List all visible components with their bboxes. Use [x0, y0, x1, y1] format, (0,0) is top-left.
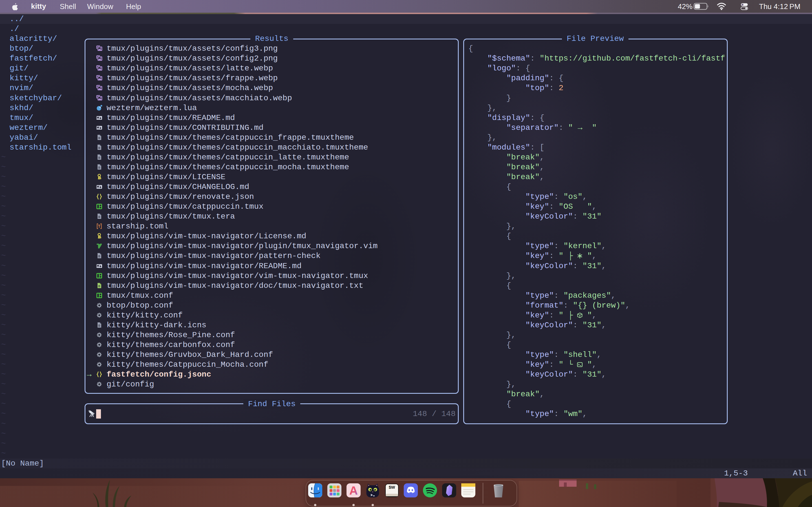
svg-text:$W: $W [389, 485, 395, 490]
svg-text:A: A [349, 484, 358, 497]
